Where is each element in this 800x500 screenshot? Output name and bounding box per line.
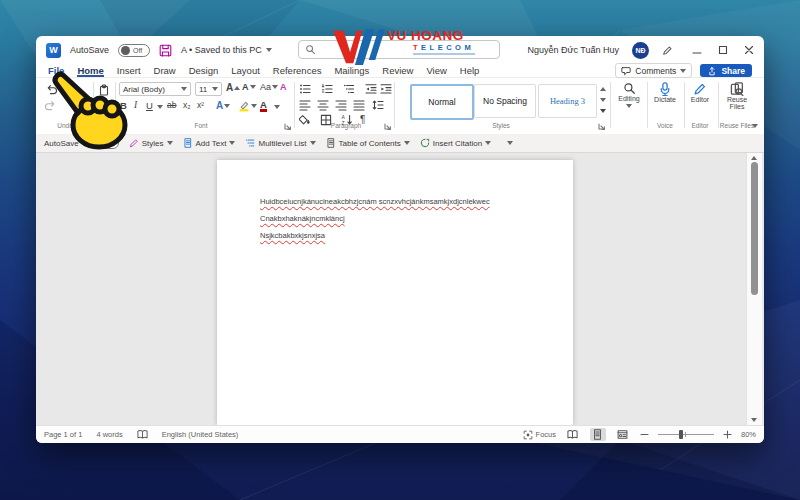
- font-size-combo[interactable]: 11: [195, 82, 222, 96]
- scroll-up-arrow-icon[interactable]: [751, 156, 757, 160]
- scrollbar-thumb[interactable]: [751, 162, 758, 295]
- increase-indent-button[interactable]: [380, 83, 392, 95]
- zoom-level[interactable]: 80%: [741, 430, 756, 439]
- zoom-slider[interactable]: [658, 430, 714, 439]
- subscript-button[interactable]: x₂: [183, 100, 191, 110]
- numbering-button[interactable]: [321, 83, 333, 95]
- quick-insert-citation-button[interactable]: Insert Citation: [420, 138, 491, 148]
- quick-add-text-button[interactable]: Add Text: [183, 138, 236, 148]
- zoom-out-button[interactable]: [640, 430, 649, 439]
- strikethrough-button[interactable]: ab: [167, 100, 176, 110]
- status-bar: Page 1 of 1 4 words English (United Stat…: [36, 425, 764, 443]
- editing-button[interactable]: Editing: [613, 82, 645, 109]
- tab-mailings[interactable]: Mailings: [334, 64, 369, 77]
- tab-draw[interactable]: Draw: [154, 64, 176, 77]
- decrease-indent-button[interactable]: [365, 83, 377, 95]
- language-indicator[interactable]: English (United States): [162, 430, 239, 439]
- print-layout-button[interactable]: [590, 428, 606, 441]
- align-center-button[interactable]: [317, 99, 329, 111]
- draw-pen-icon[interactable]: [662, 45, 673, 56]
- search-icon: [305, 44, 316, 55]
- document-text-line[interactable]: Cnakbxhaknákjncmklàncj: [260, 214, 345, 223]
- document-text-line[interactable]: Huidbceiucnjkánucineakcbhzjcnám scnzxvhc…: [260, 197, 490, 206]
- toolbar-overflow-icon[interactable]: [507, 141, 513, 145]
- superscript-button[interactable]: x²: [197, 100, 204, 110]
- close-button[interactable]: [744, 45, 754, 55]
- read-mode-button[interactable]: [565, 428, 581, 441]
- reuse-files-button[interactable]: Reuse Files: [720, 82, 754, 110]
- multilevel-list-button[interactable]: [343, 83, 355, 95]
- highlight-button[interactable]: [238, 100, 257, 112]
- zoom-slider-knob[interactable]: [679, 430, 683, 439]
- chevron-down-icon[interactable]: [274, 105, 280, 109]
- scroll-down-arrow-icon[interactable]: [751, 418, 757, 422]
- focus-mode-button[interactable]: Focus: [523, 430, 556, 440]
- align-left-button[interactable]: [299, 99, 311, 111]
- change-case-button[interactable]: Aa: [260, 82, 278, 92]
- style-no-spacing-label: No Spacing: [483, 96, 527, 106]
- word-count[interactable]: 4 words: [96, 430, 122, 439]
- justify-button[interactable]: [353, 99, 365, 111]
- dictate-button[interactable]: Dictate: [649, 82, 681, 103]
- comment-icon: [621, 66, 631, 76]
- comments-label: Comments: [635, 66, 676, 76]
- autosave-toggle[interactable]: Off: [118, 44, 150, 57]
- editor-group-label: Editor: [684, 122, 716, 129]
- page-indicator[interactable]: Page 1 of 1: [44, 430, 82, 439]
- text-effects-glyph: A: [216, 100, 223, 111]
- microphone-icon: [658, 82, 672, 96]
- group-separator: [394, 82, 395, 128]
- chevron-down-icon: [224, 104, 230, 108]
- quick-multilevel-list-button[interactable]: Multilevel List: [245, 138, 315, 148]
- chevron-down-icon[interactable]: [157, 105, 163, 109]
- paragraph-dialog-launcher[interactable]: [384, 123, 392, 131]
- style-heading-3[interactable]: Heading 3: [538, 84, 597, 118]
- grow-font-button[interactable]: A: [226, 82, 240, 93]
- style-no-spacing[interactable]: No Spacing: [474, 84, 536, 118]
- superscript-glyph: x²: [197, 100, 204, 110]
- line-spacing-button[interactable]: [372, 99, 384, 111]
- document-page[interactable]: Huidbceiucnjkánucineakcbhzjcnám scnzxvhc…: [217, 160, 573, 425]
- tab-design[interactable]: Design: [189, 64, 219, 77]
- logo-title: VU HOANG: [387, 29, 475, 43]
- quick-insert-citation-label: Insert Citation: [433, 139, 482, 148]
- save-icon[interactable]: [159, 44, 172, 57]
- shrink-font-button[interactable]: A: [242, 82, 256, 92]
- font-color-button[interactable]: A: [260, 100, 267, 112]
- zoom-in-button[interactable]: [723, 430, 732, 439]
- tab-layout[interactable]: Layout: [231, 64, 260, 77]
- align-right-button[interactable]: [335, 99, 347, 111]
- tab-view[interactable]: View: [426, 64, 446, 77]
- styles-scroll-up-icon[interactable]: [600, 87, 606, 91]
- avatar[interactable]: NĐ: [632, 42, 649, 59]
- editor-button[interactable]: Editor: [686, 82, 714, 103]
- styles-scroll-down-icon[interactable]: [600, 98, 606, 102]
- clear-formatting-button[interactable]: A: [280, 82, 287, 92]
- vertical-scrollbar[interactable]: [746, 153, 762, 425]
- autosave-state: Off: [133, 47, 142, 54]
- styles-more-icon[interactable]: [600, 109, 606, 113]
- web-layout-button[interactable]: [615, 428, 631, 441]
- document-state[interactable]: A • Saved to this PC: [181, 45, 272, 55]
- word-app-icon: W: [46, 43, 61, 58]
- document-text-line[interactable]: Nsjkcbakbxkjsnxjsa: [260, 231, 325, 240]
- print-layout-icon: [592, 429, 603, 440]
- font-dialog-launcher[interactable]: [284, 123, 292, 131]
- styles-dialog-launcher[interactable]: [598, 123, 606, 131]
- tab-review[interactable]: Review: [382, 64, 413, 77]
- collapse-ribbon-icon[interactable]: [752, 124, 758, 128]
- comments-button[interactable]: Comments: [615, 63, 692, 78]
- text-effects-button[interactable]: A: [216, 100, 230, 111]
- multilevel-list-icon: [245, 138, 255, 148]
- style-normal[interactable]: Normal: [410, 84, 474, 120]
- underline-button[interactable]: U: [146, 100, 153, 111]
- chevron-down-icon: [167, 141, 173, 145]
- bullets-button[interactable]: [299, 83, 311, 95]
- minimize-button[interactable]: [692, 45, 702, 55]
- tab-references[interactable]: References: [273, 64, 322, 77]
- maximize-button[interactable]: [718, 45, 728, 55]
- quick-toc-button[interactable]: Table of Contents: [326, 138, 410, 148]
- tab-help[interactable]: Help: [460, 64, 480, 77]
- share-button[interactable]: Share: [700, 64, 752, 77]
- proofing-icon[interactable]: [137, 429, 148, 440]
